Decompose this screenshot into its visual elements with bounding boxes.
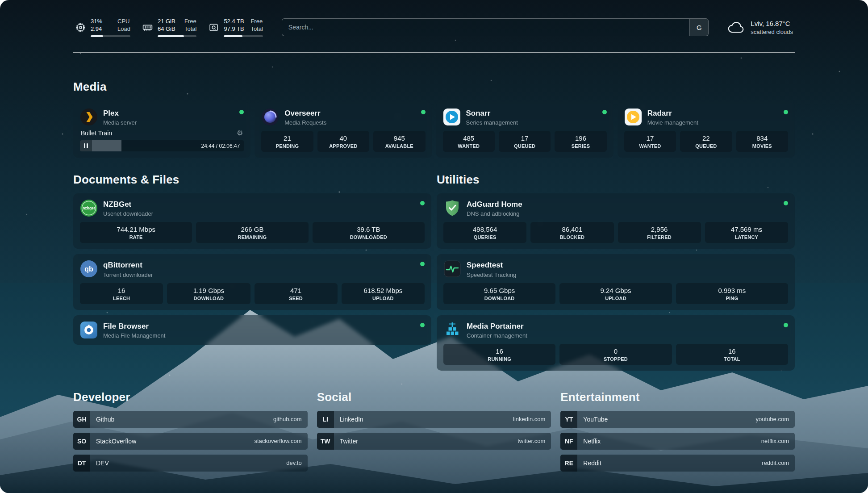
speedtest-icon (443, 260, 461, 278)
section-title-social: Social (317, 390, 551, 404)
pause-button[interactable] (80, 140, 92, 151)
reddit-icon: RE (560, 455, 577, 472)
section-title-media: Media (73, 80, 795, 93)
stat-download: 1.19 Gbps DOWNLOAD (167, 283, 250, 304)
app-name: File Browser (103, 322, 415, 331)
linkedin-icon: LI (317, 411, 334, 428)
stat-wanted: 485 WANTED (443, 131, 495, 152)
bookmark-name: LinkedIn (340, 416, 363, 423)
bookmark-name: Github (96, 416, 114, 423)
bookmark-name: DEV (96, 460, 109, 467)
system-metrics: 31% 2.94 CPU Load (75, 18, 263, 37)
app-name: AdGuard Home (467, 200, 778, 209)
status-indicator (784, 323, 788, 327)
bookmark-group-developer: Developer GH Github github.com SO StackO… (73, 390, 308, 472)
bookmark-url: reddit.com (762, 460, 795, 466)
disk-icon (208, 22, 219, 33)
weather-widget: Lviv, 16.87°C scattered clouds (727, 20, 793, 35)
section-title-documents: Documents & Files (73, 173, 431, 186)
app-card-overseerr[interactable]: Overseerr Media Requests 21 PENDING 40 A… (255, 102, 432, 158)
section-title-utilities: Utilities (437, 173, 795, 186)
bookmark-twitter[interactable]: TW Twitter twitter.com (317, 433, 551, 450)
bookmark-group-entertainment: Entertainment YT YouTube youtube.com NF … (560, 390, 795, 472)
top-bar: 31% 2.94 CPU Load (73, 0, 795, 53)
youtube-icon: YT (560, 411, 577, 428)
bookmark-stackoverflow[interactable]: SO StackOverflow stackoverflow.com (73, 433, 308, 450)
cloud-icon (727, 20, 745, 34)
netflix-icon: NF (560, 433, 577, 450)
search-engine-button[interactable]: G (689, 19, 708, 36)
progress-track[interactable]: 24:44 / 02:06:47 (92, 140, 244, 151)
app-subtitle: Series management (466, 119, 597, 126)
stackoverflow-icon: SO (73, 433, 90, 450)
app-subtitle: Media server (103, 119, 234, 126)
disk-total-value: 97.9 TB (224, 25, 244, 33)
sonarr-icon (443, 108, 461, 126)
svg-text:qb: qb (84, 265, 93, 273)
disk-total-label: Total (250, 25, 263, 33)
bookmark-netflix[interactable]: NF Netflix netflix.com (560, 433, 795, 450)
app-name: Plex (103, 109, 234, 118)
app-card-adguard[interactable]: AdGuard Home DNS and adblocking 498,564 … (437, 193, 795, 249)
cpu-load-label: Load (117, 25, 130, 33)
settings-gear-icon[interactable]: ⚙ (237, 130, 243, 137)
memory-total-value: 64 GiB (158, 25, 178, 33)
portainer-icon (443, 321, 461, 339)
app-subtitle: Speedtest Tracking (467, 272, 788, 278)
app-name: Sonarr (466, 109, 597, 118)
status-indicator (602, 110, 607, 114)
stat-blocked: 86,401 BLOCKED (530, 222, 613, 243)
bookmark-url: netflix.com (761, 438, 795, 444)
stat-ping: 0.993 ms PING (676, 283, 788, 304)
app-card-radarr[interactable]: Radarr Movie management 17 WANTED 22 QUE… (618, 102, 795, 158)
search-bar[interactable]: G (282, 18, 709, 36)
overseerr-icon (261, 108, 279, 126)
stat-seed: 471 SEED (255, 283, 338, 304)
radarr-icon (624, 108, 642, 126)
github-icon: GH (73, 411, 90, 428)
playback-time: 24:44 / 02:06:47 (201, 143, 240, 149)
status-indicator (420, 262, 425, 266)
stat-total: 16 TOTAL (676, 344, 788, 365)
stat-downloaded: 39.6 TB DOWNLOADED (313, 222, 425, 243)
bookmark-name: Netflix (583, 438, 601, 445)
app-card-qbittorrent[interactable]: qb qBittorrent Torrent downloader 16 (73, 254, 431, 309)
bookmark-url: stackoverflow.com (254, 438, 307, 444)
status-indicator (420, 323, 425, 327)
qbittorrent-icon: qb (80, 260, 98, 278)
bookmark-url: linkedin.com (513, 416, 551, 422)
cpu-usage-bar (91, 35, 130, 37)
weather-condition: scattered clouds (751, 29, 793, 35)
bookmark-dev[interactable]: DT DEV dev.to (73, 455, 308, 472)
app-card-filebrowser[interactable]: File Browser Media File Management (73, 315, 431, 345)
bookmark-linkedin[interactable]: LI LinkedIn linkedin.com (317, 411, 551, 428)
app-subtitle: Usenet downloader (103, 210, 415, 217)
stat-queued: 22 QUEUED (680, 131, 732, 152)
app-card-portainer[interactable]: Media Portainer Container management 16 … (437, 315, 795, 371)
memory-total-label: Total (184, 25, 196, 33)
playback-progress-bar[interactable]: 24:44 / 02:06:47 (80, 140, 244, 151)
app-name: Speedtest (467, 260, 788, 270)
bookmark-youtube[interactable]: YT YouTube youtube.com (560, 411, 795, 428)
app-subtitle: DNS and adblocking (467, 210, 778, 217)
stat-stopped: 0 STOPPED (559, 344, 672, 365)
memory-free-value: 21 GiB (158, 18, 178, 25)
app-card-sonarr[interactable]: Sonarr Series management 485 WANTED 17 Q… (436, 102, 613, 158)
bookmark-reddit[interactable]: RE Reddit reddit.com (560, 455, 795, 472)
disk-free-value: 52.4 TB (224, 18, 244, 25)
stat-available: 945 AVAILABLE (373, 131, 425, 152)
app-card-speedtest[interactable]: Speedtest Speedtest Tracking 9.65 Gbps D… (437, 254, 795, 309)
nzbget-icon: nzbget (80, 199, 98, 217)
memory-usage-bar (158, 35, 196, 37)
bookmark-url: github.com (273, 416, 308, 422)
stat-queued: 17 QUEUED (499, 131, 551, 152)
svg-text:nzbget: nzbget (83, 206, 95, 210)
app-card-nzbget[interactable]: nzbget NZBGet Usenet downloader 744.21 M… (73, 193, 431, 249)
app-card-plex[interactable]: Plex Media server Bullet Train ⚙ 24:4 (73, 102, 250, 158)
section-media: Media Plex Media server (73, 80, 795, 158)
stat-upload: 618.52 Mbps UPLOAD (342, 283, 425, 304)
search-input[interactable] (282, 19, 689, 36)
bookmark-github[interactable]: GH Github github.com (73, 411, 308, 428)
stat-filtered: 2,956 FILTERED (618, 222, 701, 243)
stat-remaining: 266 GB REMAINING (196, 222, 308, 243)
